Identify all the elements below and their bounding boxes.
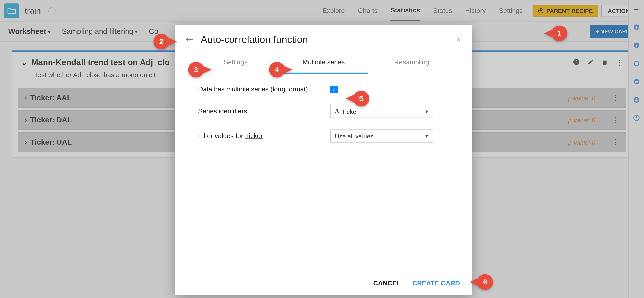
callout-1: 1 [544, 26, 567, 41]
caret-down-icon: ▼ [424, 109, 429, 114]
modal-tab-resampling[interactable]: Resampling [368, 52, 456, 74]
caret-down-icon: ▼ [424, 134, 429, 139]
multiseries-label: Data has multiple series (long format) [198, 86, 330, 93]
callout-2: 2 [153, 34, 177, 49]
callout-3: 3 [188, 62, 211, 77]
callout-5: 5 [346, 91, 369, 106]
multiseries-checkbox[interactable]: ✓ [330, 86, 338, 93]
back-arrow-icon[interactable]: 🡐 [186, 35, 194, 44]
minimize-icon[interactable]: — [438, 36, 445, 43]
create-card-button[interactable]: CREATE CARD [412, 280, 460, 287]
series-id-value: Ticker [342, 108, 358, 115]
create-label: CREATE CARD [412, 280, 460, 287]
filter-values-select[interactable]: Use all values ▼ [330, 129, 433, 143]
cancel-button[interactable]: CANCEL [373, 280, 401, 287]
series-id-label: Series identifiers [198, 108, 330, 115]
series-id-select[interactable]: A Ticker ▼ [330, 105, 433, 118]
cancel-label: CANCEL [373, 280, 401, 287]
filter-label: Filter values for Ticker [198, 132, 330, 140]
close-icon[interactable]: ✕ [456, 36, 461, 43]
new-card-modal: 🡐 Auto-correlation function — ✕ Settings… [175, 25, 472, 295]
modal-title: Auto-correlation function [201, 34, 427, 45]
text-type-icon: A [335, 108, 339, 115]
filter-value: Use all values [335, 133, 373, 140]
modal-tab-multiple-series[interactable]: Multiple series [279, 52, 368, 74]
callout-6: 6 [470, 274, 493, 290]
callout-4: 4 [269, 62, 292, 77]
modal-tabs: Settings Multiple series Resampling [175, 52, 472, 74]
